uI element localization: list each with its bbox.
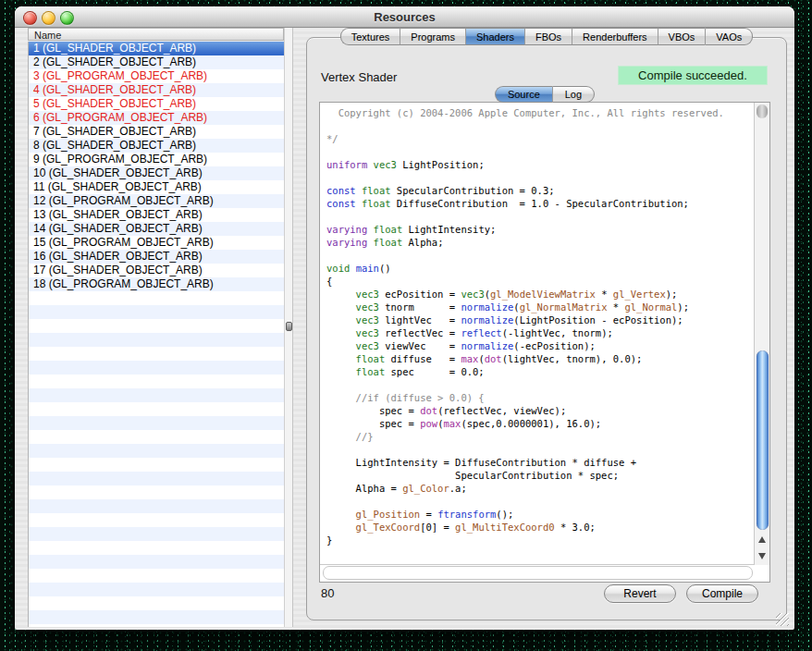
list-item[interactable]: 1 (GL_SHADER_OBJECT_ARB) xyxy=(29,42,284,55)
code-line xyxy=(326,145,754,158)
code-line: float spec = 0.0; xyxy=(326,365,754,378)
code-line: const float SpecularContribution = 0.3; xyxy=(326,184,754,197)
code-line: uniform vec3 LightPosition; xyxy=(326,158,754,171)
window-title: Resources xyxy=(15,10,794,24)
code-line: SpecularContribution * spec; xyxy=(326,469,754,482)
code-line: //if (diffuse > 0.0) { xyxy=(326,391,754,404)
code-line: } xyxy=(326,534,754,547)
code-line xyxy=(326,171,754,184)
horizontal-scrollbar-track[interactable] xyxy=(323,566,753,580)
code-line xyxy=(326,210,754,223)
resources-window: Resources Name 1 (GL_SHADER_OBJECT_ARB)2… xyxy=(15,6,794,630)
list-item[interactable]: 3 (GL_PROGRAM_OBJECT_ARB) xyxy=(29,69,284,83)
down-arrow-icon xyxy=(758,553,766,559)
compile-button[interactable]: Compile xyxy=(686,584,758,603)
list-scroller-thumb[interactable] xyxy=(286,322,292,331)
code-line: vec3 ecPosition = vec3(gl_ModelViewMatri… xyxy=(326,288,754,301)
resource-list[interactable]: 1 (GL_SHADER_OBJECT_ARB)2 (GL_SHADER_OBJ… xyxy=(28,42,284,627)
list-item[interactable]: 9 (GL_PROGRAM_OBJECT_ARB) xyxy=(29,153,284,166)
code-line: spec = dot(reflectVec, viewVec); xyxy=(326,404,754,417)
shader-id-label: 80 xyxy=(321,586,334,600)
list-item[interactable]: 7 (GL_SHADER_OBJECT_ARB) xyxy=(29,125,284,139)
list-item[interactable]: 15 (GL_PROGRAM_OBJECT_ARB) xyxy=(29,236,284,250)
list-item[interactable]: 2 (GL_SHADER_OBJECT_ARB) xyxy=(29,55,284,69)
tab-programs[interactable]: Programs xyxy=(400,28,465,45)
tab-renderbuffers[interactable]: Renderbuffers xyxy=(572,28,658,45)
scroll-down-button[interactable] xyxy=(755,548,769,565)
code-line: varying float LightIntensity; xyxy=(326,223,754,236)
list-item[interactable]: 18 (GL_PROGRAM_OBJECT_ARB) xyxy=(29,277,284,291)
code-line: //} xyxy=(326,430,754,443)
up-arrow-icon xyxy=(758,536,766,543)
code-line: void main() xyxy=(326,262,754,275)
list-item[interactable]: 13 (GL_SHADER_OBJECT_ARB) xyxy=(29,208,284,222)
list-item[interactable]: 5 (GL_SHADER_OBJECT_ARB) xyxy=(29,97,284,111)
code-line: const float DiffuseContribution = 1.0 - … xyxy=(326,197,754,210)
code-line: gl_TexCoord[0] = gl_MultiTexCoord0 * 3.0… xyxy=(326,521,754,534)
code-line: vec3 viewVec = normalize(-ecPosition); xyxy=(326,339,754,352)
source-log-tab-bar: SourceLog xyxy=(319,86,770,103)
list-item[interactable]: 8 (GL_SHADER_OBJECT_ARB) xyxy=(29,139,284,153)
code-line xyxy=(326,378,754,391)
code-line xyxy=(326,443,754,456)
tab-bar: TexturesProgramsShadersFBOsRenderbuffers… xyxy=(306,28,787,45)
tab-fbos[interactable]: FBOs xyxy=(524,28,572,45)
code-line xyxy=(326,495,754,508)
resize-grip[interactable] xyxy=(776,613,789,626)
code-line: { xyxy=(326,275,754,288)
scrollbar-thumb[interactable] xyxy=(757,350,769,530)
code-line: LightIntensity = DiffuseContribution * d… xyxy=(326,456,754,469)
revert-button[interactable]: Revert xyxy=(604,584,676,603)
subtab-log[interactable]: Log xyxy=(552,86,595,103)
tab-vaos[interactable]: VAOs xyxy=(705,28,753,45)
list-header-name[interactable]: Name xyxy=(28,28,284,41)
code-line: float diffuse = max(dot(lightVec, tnorm)… xyxy=(326,352,754,365)
code-text-area[interactable]: Copyright (c) 2004-2006 Apple Computer, … xyxy=(320,103,755,565)
vertical-scrollbar[interactable] xyxy=(755,103,769,565)
scrollbar-top-cap xyxy=(757,104,768,118)
code-line: spec = pow(max(spec,0.0000001), 16.0); xyxy=(326,417,754,430)
code-line: gl_Position = ftransform(); xyxy=(326,508,754,521)
shader-source-editor[interactable]: Copyright (c) 2004-2006 Apple Computer, … xyxy=(319,102,770,583)
code-line xyxy=(326,119,754,132)
scroll-up-button[interactable] xyxy=(755,532,769,548)
list-item[interactable]: 10 (GL_SHADER_OBJECT_ARB) xyxy=(29,166,284,180)
list-item[interactable]: 12 (GL_PROGRAM_OBJECT_ARB) xyxy=(29,194,284,208)
compile-status-badge: Compile succeeded. xyxy=(618,66,768,85)
code-line: vec3 lightVec = normalize(LightPosition … xyxy=(326,313,754,326)
shader-type-label: Vertex Shader xyxy=(321,70,397,84)
code-line: Copyright (c) 2004-2006 Apple Computer, … xyxy=(326,106,754,119)
list-item[interactable]: 11 (GL_SHADER_OBJECT_ARB) xyxy=(29,180,284,194)
subtab-source[interactable]: Source xyxy=(495,86,552,103)
list-item[interactable]: 14 (GL_SHADER_OBJECT_ARB) xyxy=(29,222,284,236)
code-line: varying float Alpha; xyxy=(326,236,754,249)
tab-vbos[interactable]: VBOs xyxy=(658,28,706,45)
tab-shaders[interactable]: Shaders xyxy=(465,28,524,45)
tab-textures[interactable]: Textures xyxy=(340,28,400,45)
code-line xyxy=(326,249,754,262)
list-item[interactable]: 4 (GL_SHADER_OBJECT_ARB) xyxy=(29,83,284,97)
list-item[interactable]: 17 (GL_SHADER_OBJECT_ARB) xyxy=(29,264,284,277)
list-item[interactable]: 6 (GL_PROGRAM_OBJECT_ARB) xyxy=(29,111,284,125)
code-line: vec3 tnorm = normalize(gl_NormalMatrix *… xyxy=(326,301,754,313)
code-line: Alpha = gl_Color.a; xyxy=(326,482,754,495)
code-line: */ xyxy=(326,132,754,145)
title-bar[interactable]: Resources xyxy=(15,6,794,28)
code-line: vec3 reflectVec = reflect(-lightVec, tno… xyxy=(326,326,754,339)
list-item[interactable]: 16 (GL_SHADER_OBJECT_ARB) xyxy=(29,250,284,264)
